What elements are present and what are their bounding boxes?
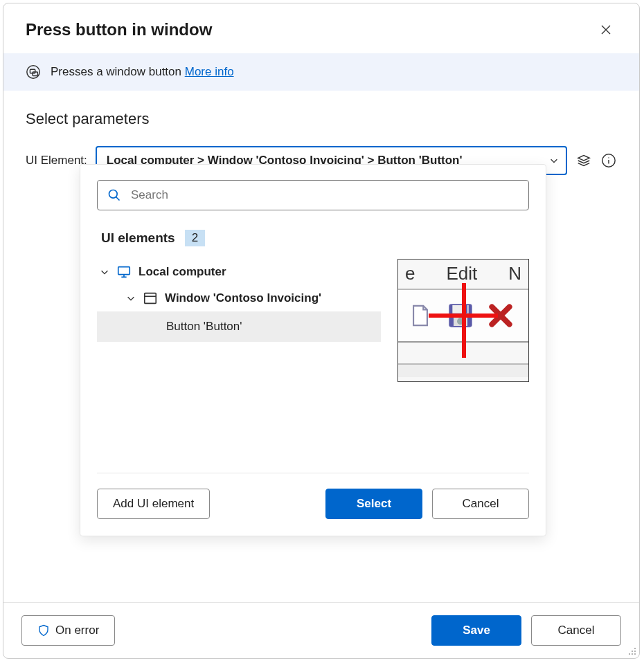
dialog-title: Press button in window [26, 20, 212, 39]
action-icon [26, 64, 41, 80]
dialog: Press button in window Presses a window … [3, 3, 640, 659]
picker-cancel-button[interactable]: Cancel [432, 489, 529, 519]
resize-grip-icon[interactable] [627, 646, 636, 655]
svg-point-18 [634, 653, 636, 655]
dialog-header: Press button in window [3, 3, 639, 53]
tree-node-button[interactable]: Button 'Button' [97, 311, 381, 342]
svg-point-13 [634, 648, 636, 649]
window-icon [143, 291, 158, 306]
preview-header: e Edit N [398, 261, 528, 286]
chevron-down-icon [126, 293, 136, 303]
info-bar: Presses a window button More info [3, 53, 639, 91]
ui-element-preview: e Edit N [397, 259, 529, 382]
info-text: Presses a window button More info [51, 65, 234, 79]
cancel-button[interactable]: Cancel [531, 615, 621, 646]
section-title: Select parameters [26, 110, 617, 128]
save-button[interactable]: Save [431, 615, 521, 646]
ui-element-tree: Local computer Window 'Contoso Invoicing… [97, 259, 381, 342]
svg-point-5 [109, 190, 118, 199]
ui-elements-count: 2 [185, 230, 205, 246]
ui-element-picker-icon[interactable] [575, 152, 592, 169]
search-input[interactable] [129, 188, 519, 203]
close-icon [600, 24, 611, 35]
preview-foot [398, 363, 528, 377]
tree-label: Local computer [138, 265, 226, 279]
info-icon[interactable] [600, 152, 617, 169]
chevron-down-icon [549, 156, 559, 165]
svg-rect-7 [145, 293, 156, 304]
ui-element-label: UI Element: [26, 154, 87, 167]
select-button[interactable]: Select [325, 489, 422, 519]
svg-rect-6 [118, 267, 130, 275]
search-icon [107, 188, 121, 202]
svg-point-4 [608, 157, 609, 158]
dialog-footer: On error Save Cancel [3, 602, 639, 658]
tree-area: Local computer Window 'Contoso Invoicing… [97, 259, 529, 466]
picker-footer: Add UI element Select Cancel [97, 473, 529, 519]
crosshair-v [462, 283, 466, 358]
add-ui-element-button[interactable]: Add UI element [97, 489, 210, 519]
svg-point-17 [632, 653, 633, 655]
close-button[interactable] [595, 19, 617, 41]
side-icons [575, 152, 617, 169]
svg-point-14 [632, 651, 633, 652]
computer-icon [116, 264, 132, 280]
ui-element-picker-panel: UI elements 2 Local computer [80, 164, 546, 536]
shield-icon [37, 624, 50, 637]
ui-elements-heading: UI elements 2 [101, 230, 529, 246]
svg-point-15 [634, 651, 636, 652]
chevron-down-icon [100, 267, 109, 277]
tree-label: Window 'Contoso Invoicing' [165, 291, 321, 305]
on-error-button[interactable]: On error [21, 615, 115, 646]
tree-node-computer[interactable]: Local computer [97, 259, 381, 285]
more-info-link[interactable]: More info [185, 65, 234, 78]
search-box[interactable] [97, 180, 529, 210]
svg-point-16 [629, 653, 630, 655]
dialog-body: Select parameters UI Element: Local comp… [3, 91, 639, 602]
tree-label: Button 'Button' [166, 320, 242, 334]
tree-node-window[interactable]: Window 'Contoso Invoicing' [97, 285, 381, 311]
